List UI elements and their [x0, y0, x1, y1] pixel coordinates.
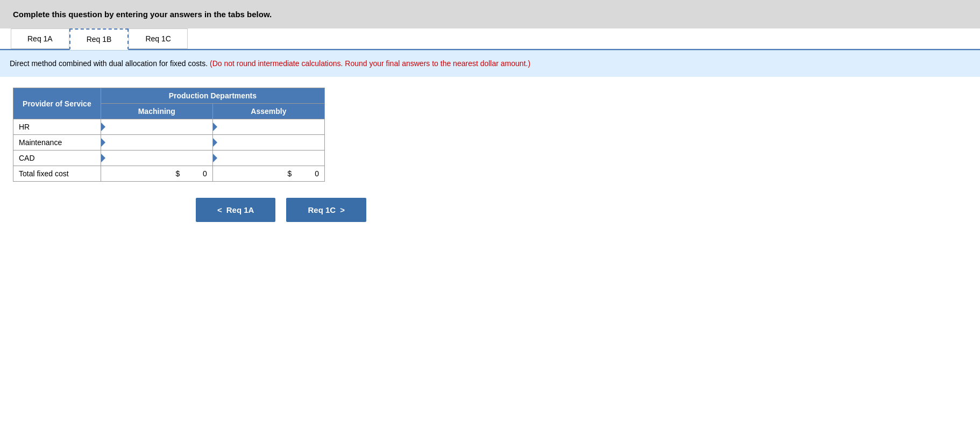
hr-machining-input[interactable] [101, 123, 212, 131]
nav-buttons: < Req 1A Req 1C > [13, 198, 967, 222]
total-assembly-value: 0 [315, 169, 319, 178]
indicator-icon [213, 138, 217, 147]
total-assembly-prefix: $ [288, 169, 292, 178]
maintenance-machining-input[interactable] [101, 138, 212, 147]
row-label-maintenance: Maintenance [13, 135, 101, 150]
prev-label: Req 1A [226, 205, 254, 214]
maintenance-machining-cell [101, 135, 212, 150]
tab-req1a[interactable]: Req 1A [11, 28, 69, 49]
indicator-icon [101, 123, 105, 131]
next-icon: > [340, 205, 345, 214]
prev-button[interactable]: < Req 1A [196, 198, 275, 222]
maintenance-assembly-cell [212, 135, 324, 150]
hr-assembly-input[interactable] [213, 123, 324, 131]
indicator-icon [101, 154, 105, 162]
total-machining-prefix: $ [175, 169, 180, 178]
total-label: Total fixed cost [13, 166, 101, 182]
maintenance-assembly-input[interactable] [213, 138, 324, 147]
instruction-main: Direct method combined with dual allocat… [10, 59, 208, 68]
cad-machining-cell [101, 150, 212, 166]
cad-assembly-input[interactable] [213, 154, 324, 162]
total-machining-value: 0 [203, 169, 207, 178]
cost-table: Provider of Service Production Departmen… [13, 88, 325, 182]
banner-text: Complete this question by entering your … [13, 10, 272, 19]
instruction-box: Direct method combined with dual allocat… [0, 50, 980, 77]
indicator-icon [101, 138, 105, 147]
assembly-header: Assembly [212, 104, 324, 119]
hr-assembly-cell [212, 119, 324, 135]
instruction-note: (Do not round intermediate calculations.… [210, 59, 530, 68]
tab-req1b[interactable]: Req 1B [69, 28, 129, 50]
table-row: CAD [13, 150, 325, 166]
tab-req1c[interactable]: Req 1C [129, 28, 187, 49]
next-button[interactable]: Req 1C > [286, 198, 366, 222]
indicator-icon [213, 123, 217, 131]
table-row: Maintenance [13, 135, 325, 150]
cad-assembly-cell [212, 150, 324, 166]
main-content: Provider of Service Production Departmen… [0, 77, 980, 233]
machining-header: Machining [101, 104, 212, 119]
banner: Complete this question by entering your … [0, 0, 980, 28]
total-assembly-cell: $ 0 [212, 166, 324, 182]
total-row: Total fixed cost $ 0 $ 0 [13, 166, 325, 182]
indicator-icon [213, 154, 217, 162]
row-label-cad: CAD [13, 150, 101, 166]
cad-machining-input[interactable] [101, 154, 212, 162]
next-label: Req 1C [308, 205, 336, 214]
row-label-hr: HR [13, 119, 101, 135]
hr-machining-cell [101, 119, 212, 135]
table-row: HR [13, 119, 325, 135]
prev-icon: < [217, 205, 222, 214]
col-provider-header: Provider of Service [13, 88, 101, 119]
total-machining-cell: $ 0 [101, 166, 212, 182]
tabs-container: Req 1A Req 1B Req 1C [0, 28, 980, 50]
production-dept-header: Production Departments [101, 88, 324, 104]
